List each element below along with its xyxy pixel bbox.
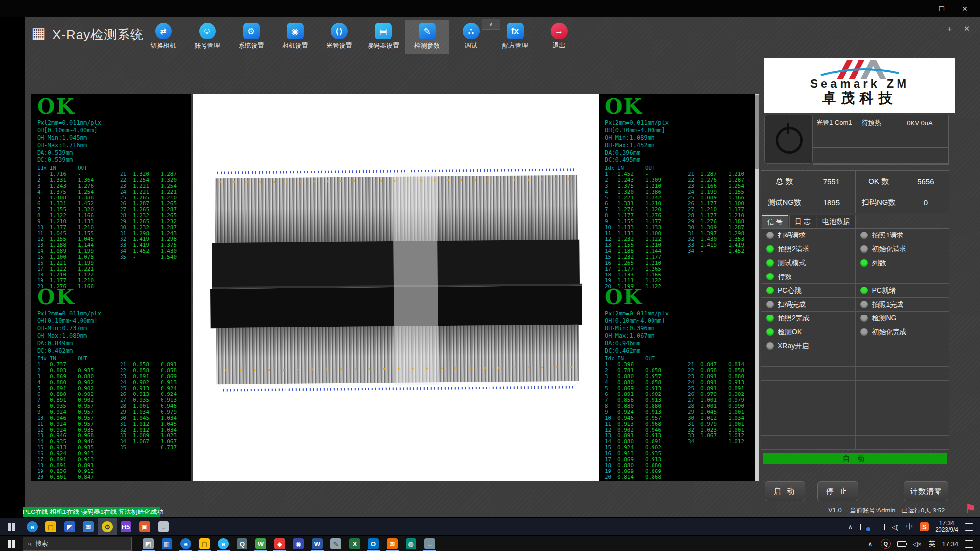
taskbar-app-excel[interactable]: X: [345, 536, 364, 551]
power-button[interactable]: [764, 115, 813, 164]
clock[interactable]: 17:34 2023/9/4: [935, 520, 958, 533]
measure-row: 160.9130.935: [605, 451, 673, 457]
app-close-button[interactable]: ✕: [962, 24, 971, 33]
measure-row: 71.2761.320: [605, 207, 673, 213]
taskbar-app-camera-tool[interactable]: ◉: [289, 536, 308, 551]
start-button-lower[interactable]: [0, 536, 23, 551]
network-icon[interactable]: [876, 524, 885, 530]
tab-log[interactable]: 日 志: [789, 215, 816, 228]
word-icon: W: [312, 538, 323, 549]
cast-display-icon[interactable]: [860, 524, 869, 530]
windows-logo-icon: [8, 540, 15, 548]
h5-app-icon: H5: [121, 521, 131, 532]
toolbar-item-exit[interactable]: →退出: [537, 20, 581, 54]
count-reset-button[interactable]: 计数清零: [904, 481, 948, 501]
start-button-upper[interactable]: [0, 518, 23, 535]
result-label: OK: [37, 286, 185, 308]
outer-close-button[interactable]: ✕: [953, 0, 976, 17]
taskbar-app-paint-tool[interactable]: ✎: [327, 536, 345, 551]
taskbar-app-browser-360[interactable]: ◍: [402, 536, 420, 551]
camera-settings-icon: ◉: [287, 23, 304, 39]
volume-icon[interactable]: ◁): [891, 523, 899, 531]
toolbar-item-inspect-params[interactable]: ✎检测参数: [405, 20, 449, 54]
right-panel-scrollbar[interactable]: [755, 94, 759, 481]
measure-row: 251.2651.210: [120, 195, 188, 201]
signal-cell-empty: [856, 408, 949, 422]
measure-row: 141.0891.199: [37, 248, 105, 254]
signal-cell-empty: [856, 270, 949, 283]
measure-row: 231.1661.254: [688, 183, 755, 189]
taskbar-app-notes-app[interactable]: ≡: [154, 518, 173, 535]
taskbar-app-file-explorer[interactable]: ▢: [195, 536, 214, 551]
app-minimize-button[interactable]: ─: [929, 24, 938, 33]
taskbar-app-app-grid[interactable]: ▦: [158, 536, 176, 551]
taskbar-app-xray-app-active[interactable]: ⚙: [98, 518, 117, 535]
qq-icon[interactable]: Q: [881, 539, 891, 549]
app-maximize-button[interactable]: +: [945, 24, 954, 33]
taskbar-app-files-app[interactable]: ▣: [135, 518, 154, 535]
toolbar-item-tube-settings[interactable]: ⟨⟩光管设置: [317, 20, 361, 54]
volume-muted-icon[interactable]: ◁×: [913, 540, 922, 548]
taskbar-app-wps-office[interactable]: W: [251, 536, 270, 551]
mail-app-icon: ✉: [83, 521, 94, 532]
taskbar-app-ie-browser[interactable]: e: [214, 536, 233, 551]
stop-button[interactable]: 停 止: [817, 481, 858, 501]
taskbar-app-outlook[interactable]: O: [364, 536, 383, 551]
toolbar-item-account-manage[interactable]: ☺账号管理: [185, 20, 229, 54]
signal-row: 拍照2完成检测NG: [761, 312, 949, 325]
tab-battery-data[interactable]: 电池数据: [817, 215, 856, 228]
taskbar-app-netease-app[interactable]: ◆: [270, 536, 289, 551]
scrollbar-thumb[interactable]: [755, 95, 759, 169]
action-center-icon[interactable]: [965, 523, 973, 531]
toolbar-item-switch-camera[interactable]: ⇄切换相机: [141, 20, 185, 54]
measure-meta-line: OH-Min:1.045mm: [37, 134, 185, 142]
signal-cell-empty: [856, 353, 949, 366]
start-button[interactable]: 启 动: [765, 481, 805, 501]
clock-time[interactable]: 17:34: [942, 540, 958, 548]
toolbar-item-reader-settings[interactable]: ▤读码器设置: [361, 20, 405, 54]
signal-cell-empty: [856, 381, 949, 394]
signal-label: 检测OK: [778, 328, 802, 337]
tray-expand-icon[interactable]: ∧: [846, 523, 854, 531]
toolbar-item-label: 读码器设置: [367, 41, 399, 50]
outer-minimize-button[interactable]: ─: [908, 0, 931, 17]
measure-row: 70.8580.913: [605, 397, 673, 403]
tab-signal[interactable]: 信 号: [762, 215, 788, 228]
taskbar-app-h5-app[interactable]: H5: [117, 518, 135, 535]
measure-row: 121.1551.045: [37, 236, 105, 242]
measure-column: 210.8580.891220.8580.858230.8910.869240.…: [120, 362, 188, 451]
sogou-input-icon[interactable]: S: [920, 522, 929, 531]
measure-row: 200.8010.847: [37, 474, 105, 480]
screen: ─☐✕ ▦ X-Ray检测系统 ⇄切换相机☺账号管理⚙系统设置◉相机设置⟨⟩光管…: [0, 0, 980, 551]
measure-row: 250.9130.924: [120, 386, 188, 392]
toolbar-item-camera-settings[interactable]: ◉相机设置: [273, 20, 317, 54]
taskbar-app-mail-app[interactable]: ✉: [79, 518, 98, 535]
ime-indicator[interactable]: 中: [905, 522, 913, 531]
touch-keyboard-icon[interactable]: [965, 540, 973, 548]
measure-row: 41.3201.386: [605, 189, 673, 195]
measure-row: 160.9240.913: [37, 451, 105, 457]
measure-meta-line: OH[0.10mm~4.00mm]: [605, 317, 753, 325]
taskbar-app-photo-viewer[interactable]: ◩: [139, 536, 158, 551]
taskbar-app-edge-browser[interactable]: e: [176, 536, 195, 551]
search-icon: ⌕: [28, 540, 31, 548]
search-input[interactable]: ⌕ 搜索: [23, 537, 132, 551]
chevron-down-icon[interactable]: ∨: [482, 19, 500, 30]
taskbar-app-photos-app[interactable]: ◩: [60, 518, 79, 535]
taskbar-app-edge-browser[interactable]: e: [23, 518, 41, 535]
battery-icon[interactable]: [897, 541, 906, 547]
tray-expand-icon[interactable]: ∧: [866, 540, 874, 548]
xray-image-viewport[interactable]: [193, 94, 599, 481]
auto-mode-banner[interactable]: 自 动: [763, 453, 947, 464]
toolbar-item-system-settings[interactable]: ⚙系统设置: [229, 20, 273, 54]
taskbar-app-foxmail-app[interactable]: ✉: [383, 536, 402, 551]
taskbar-app-word[interactable]: W: [308, 536, 327, 551]
outer-maximize-button[interactable]: ☐: [931, 0, 953, 17]
ime-indicator[interactable]: 英: [928, 539, 936, 548]
taskbar-app-text-doc[interactable]: ≡: [420, 536, 439, 551]
measure-row: 34-1.012: [688, 439, 755, 445]
toolbar-item-label: 配方管理: [502, 41, 528, 50]
taskbar-app-file-explorer[interactable]: ▢: [41, 518, 60, 535]
taskbar-app-search-tool[interactable]: Q: [233, 536, 251, 551]
measure-row: 10.396-: [605, 362, 673, 368]
